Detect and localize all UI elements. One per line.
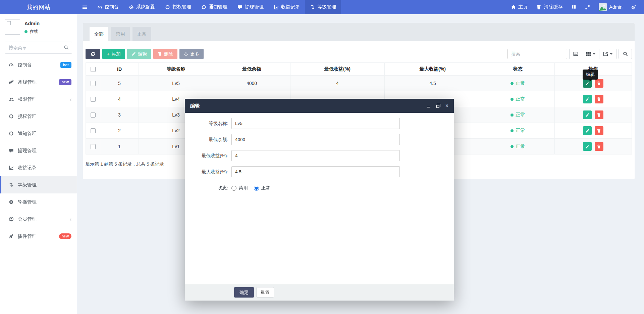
sidebar-item-carousel-manage[interactable]: 轮播管理 (0, 193, 77, 211)
row-delete-button[interactable] (595, 126, 603, 135)
export-button[interactable] (599, 49, 616, 59)
row-delete-button[interactable] (595, 142, 603, 151)
table-search-input[interactable] (507, 49, 567, 59)
row-delete-button[interactable] (595, 110, 603, 119)
status-dot-icon (511, 114, 514, 117)
plus-icon: + (107, 51, 110, 56)
user-menu[interactable]: Admin (594, 3, 627, 11)
cell-id: 3 (100, 107, 139, 123)
select-all-checkbox[interactable] (91, 67, 96, 72)
brand-title: 我的网站 (0, 0, 77, 14)
tab-all[interactable]: 全部 (90, 27, 108, 41)
row-edit-button[interactable] (583, 126, 592, 135)
radio-disabled[interactable] (231, 186, 236, 191)
nav-item-notice-manage[interactable]: 通知管理 (196, 0, 232, 14)
status-option-normal[interactable]: 正常 (254, 185, 270, 191)
users-icon (8, 97, 14, 102)
row-checkbox[interactable] (91, 128, 96, 133)
sidebar-item-permission-manage[interactable]: 权限管理 ‹ (0, 91, 77, 108)
tab-normal[interactable]: 正常 (132, 27, 151, 41)
field-label-name: 等级名称: (185, 121, 231, 127)
sidebar-item-withdraw-manage[interactable]: 提现管理 (0, 142, 77, 159)
nav-item-level-manage[interactable]: 等级管理 (305, 0, 341, 14)
dialog-titlebar[interactable]: 编辑 × (185, 99, 454, 113)
nav-item-auth-manage[interactable]: 授权管理 (160, 0, 196, 14)
tab-disabled[interactable]: 禁用 (111, 27, 130, 41)
clear-cache-button[interactable]: 清除缓存 (532, 4, 567, 10)
chat-icon (237, 5, 243, 10)
row-checkbox[interactable] (91, 97, 96, 102)
cell-id: 1 (100, 139, 139, 154)
sidebar-item-level-manage[interactable]: 等级管理 (0, 176, 77, 193)
columns-button[interactable] (582, 49, 599, 59)
sidebar-toggle-button[interactable] (77, 0, 92, 14)
row-delete-button[interactable] (595, 79, 603, 88)
fullscreen-icon (585, 5, 590, 10)
status-badge: 正常 (511, 128, 525, 134)
status-option-disabled[interactable]: 禁用 (231, 185, 248, 191)
toolbar-right (507, 49, 632, 59)
sidebar-item-plugin-manage[interactable]: 插件管理 new (0, 228, 77, 245)
circle-icon (165, 5, 170, 10)
nav-item-dashboard[interactable]: 控制台 (92, 0, 124, 14)
sidebar-item-auth-manage[interactable]: 授权管理 (0, 108, 77, 125)
reset-button[interactable]: 重置 (256, 287, 274, 298)
row-edit-button[interactable] (583, 95, 592, 103)
sidebar-item-label: 通知管理 (18, 131, 37, 137)
advanced-search-button[interactable] (619, 49, 632, 59)
delete-button-disabled[interactable]: 删除 (153, 49, 177, 59)
more-button[interactable]: 更多 (179, 49, 204, 59)
sidebar-item-profit-record[interactable]: 收益记录 (0, 159, 77, 176)
language-button[interactable] (567, 5, 581, 10)
max-profit-input[interactable] (231, 166, 400, 177)
menu-search-input[interactable] (5, 42, 72, 54)
row-edit-button[interactable] (583, 142, 592, 151)
rocket-icon (8, 234, 14, 239)
nav-item-withdraw-manage[interactable]: 提现管理 (232, 0, 269, 14)
sidebar-item-general-manage[interactable]: 常规管理 new (0, 74, 77, 91)
close-icon[interactable]: × (445, 103, 448, 108)
top-navbar: 我的网站 控制台 系统配置 授权管理 通知管理 提现管理 收益记录 (0, 0, 644, 14)
minimize-button[interactable] (427, 104, 430, 107)
radio-normal[interactable] (254, 186, 259, 191)
maximize-button[interactable] (436, 104, 439, 108)
nav-item-system-config[interactable]: 系统配置 (124, 0, 160, 14)
sidebar-item-dashboard[interactable]: 控制台 hot (0, 56, 77, 74)
edit-button-disabled[interactable]: 编辑 (127, 49, 151, 59)
trash-icon (597, 129, 601, 133)
nav-item-label: 系统配置 (136, 4, 155, 10)
row-checkbox[interactable] (91, 113, 96, 118)
navbar-right: 主页 清除缓存 Admin (506, 0, 644, 14)
sidebar-item-member-manage[interactable]: 会员管理 ‹ (0, 211, 77, 228)
sidebar-item-notice-manage[interactable]: 通知管理 (0, 125, 77, 142)
home-button[interactable]: 主页 (506, 4, 532, 10)
table-toolbar: + 添加 编辑 删除 更多 (86, 49, 632, 59)
refresh-button[interactable] (86, 49, 100, 59)
user-status: 在线 (24, 29, 40, 35)
level-name-input[interactable] (231, 118, 400, 129)
dashboard-icon (8, 62, 14, 68)
row-edit-button[interactable] (583, 110, 592, 119)
add-button[interactable]: + 添加 (102, 49, 125, 59)
chevron-left-icon: ‹ (70, 97, 71, 102)
row-checkbox[interactable] (91, 144, 96, 149)
sidebar-item-label: 控制台 (18, 62, 32, 68)
confirm-button[interactable]: 确定 (234, 287, 254, 298)
column-header-max-profit: 最大收益(%) (385, 63, 481, 76)
min-profit-input[interactable] (231, 150, 400, 161)
settings-button[interactable] (627, 5, 641, 10)
sidebar: Admin 在线 控制台 hot 常规管理 new 权限管理 ‹ 授权管理 (0, 14, 77, 314)
cell-id: 2 (100, 123, 139, 139)
nav-item-label: 控制台 (105, 4, 119, 10)
menu-search (5, 42, 72, 54)
row-delete-button[interactable] (595, 95, 603, 103)
cell-id: 5 (100, 76, 139, 91)
nav-item-profit-record[interactable]: 收益记录 (269, 0, 305, 14)
field-label-status: 状态: (185, 185, 231, 191)
pencil-icon (585, 144, 590, 149)
fullscreen-button[interactable] (581, 5, 594, 10)
detail-view-button[interactable] (569, 49, 582, 59)
row-checkbox[interactable] (91, 81, 96, 86)
delete-label: 删除 (164, 51, 173, 57)
min-balance-input[interactable] (231, 134, 400, 145)
